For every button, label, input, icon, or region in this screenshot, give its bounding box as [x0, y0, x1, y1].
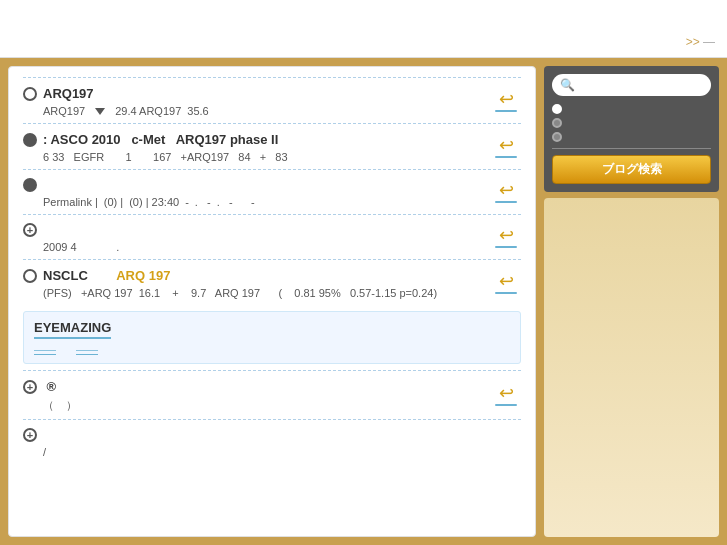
radio-dot-2: [552, 118, 562, 128]
section2-title: : ASCO 2010 c-Met ARQ197 phase II: [43, 132, 278, 147]
section-permalink: Permalink | (0) | (0) | 23:40 - . - . - …: [23, 169, 521, 214]
sidebar-decorative: [544, 198, 719, 537]
main-layout: ARQ197 ARQ197 29.4 ARQ197 35.6 ↩ : ASCO …: [0, 58, 727, 545]
search-icon: 🔍: [560, 78, 575, 92]
section-2009: + 2009 4 . ↩: [23, 214, 521, 259]
bottom1-actions: ↩: [495, 384, 517, 406]
section-bottom2: + /: [23, 419, 521, 464]
bottom2-row: /: [23, 446, 521, 458]
eyemazing-link1[interactable]: ——: [34, 343, 56, 355]
eyemazing-section: EYEMAZING —— ——: [23, 311, 521, 364]
section3-actions: ↩: [495, 181, 517, 203]
section1-title: ARQ197: [43, 86, 94, 101]
dash2: [495, 156, 517, 158]
dropdown-icon[interactable]: [95, 108, 105, 115]
section3-icon: [23, 178, 37, 192]
radio-group: [552, 104, 711, 142]
bottom1-icon[interactable]: +: [23, 380, 37, 394]
section4-row: 2009 4 .: [23, 241, 521, 253]
section4-icon[interactable]: +: [23, 223, 37, 237]
section5-title: NSCLC ARQ 197: [43, 268, 170, 283]
section1-icon: [23, 87, 37, 101]
blog-search-button[interactable]: ブログ検索: [552, 155, 711, 184]
dash4: [495, 246, 517, 248]
search-input-wrap[interactable]: 🔍: [552, 74, 711, 96]
section-bottom1: + ® （ ） ↩: [23, 370, 521, 419]
radio-item-3[interactable]: [552, 132, 711, 142]
eyemazing-title: EYEMAZING: [34, 320, 111, 339]
bottom1-row: （ ）: [23, 398, 521, 413]
reply-icon4[interactable]: ↩: [499, 226, 514, 244]
search-box: 🔍 ブログ検索: [544, 66, 719, 192]
eyemazing-links: —— ——: [34, 343, 510, 355]
reply-icon1[interactable]: ↩: [499, 90, 514, 108]
dash1: [495, 110, 517, 112]
reply-icon5[interactable]: ↩: [499, 272, 514, 290]
section5-row: (PFS) +ARQ 197 16.1 + 9.7 ARQ 197 ( 0.81…: [23, 287, 521, 299]
dash6: [495, 404, 517, 406]
radio-dot-3: [552, 132, 562, 142]
section1-actions: ↩: [495, 90, 517, 112]
section2-row: 6 33 EGFR 1 167 +ARQ197 84 + 83: [23, 151, 521, 163]
top-bar: >> —: [0, 0, 727, 58]
reply-icon3[interactable]: ↩: [499, 181, 514, 199]
section4-actions: ↩: [495, 226, 517, 248]
reply-icon6[interactable]: ↩: [499, 384, 514, 402]
dash3: [495, 201, 517, 203]
bottom1-title: ®: [43, 379, 56, 394]
eyemazing-link2[interactable]: ——: [76, 343, 98, 355]
section-arq197: ARQ197 ARQ197 29.4 ARQ197 35.6 ↩: [23, 77, 521, 123]
section-nsclc: NSCLC ARQ 197 (PFS) +ARQ 197 16.1 + 9.7 …: [23, 259, 521, 305]
section2-icon: [23, 133, 37, 147]
radio-item-2[interactable]: [552, 118, 711, 128]
content-area: ARQ197 ARQ197 29.4 ARQ197 35.6 ↩ : ASCO …: [8, 66, 536, 537]
section1-row: ARQ197 29.4 ARQ197 35.6: [23, 105, 521, 117]
radio-dot-1: [552, 104, 562, 114]
sidebar: 🔍 ブログ検索: [544, 66, 719, 537]
section3-row: Permalink | (0) | (0) | 23:40 - . - . - …: [23, 196, 521, 208]
section2-actions: ↩: [495, 136, 517, 158]
section-asco: : ASCO 2010 c-Met ARQ197 phase II 6 33 E…: [23, 123, 521, 169]
section5-actions: ↩: [495, 272, 517, 294]
top-nav-text[interactable]: >> —: [686, 35, 715, 49]
section5-icon: [23, 269, 37, 283]
bottom2-icon[interactable]: +: [23, 428, 37, 442]
search-divider: [552, 148, 711, 149]
reply-icon2[interactable]: ↩: [499, 136, 514, 154]
radio-item-1[interactable]: [552, 104, 711, 114]
dash5: [495, 292, 517, 294]
search-input[interactable]: [579, 79, 703, 91]
